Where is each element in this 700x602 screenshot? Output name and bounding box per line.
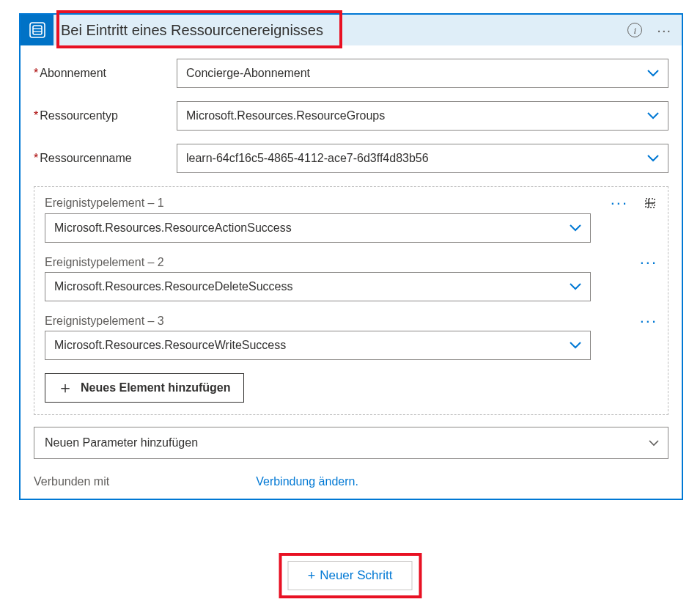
chevron-down-icon <box>570 341 581 350</box>
chevron-down-icon <box>570 224 581 232</box>
card-menu-ellipsis[interactable]: ··· <box>657 26 671 34</box>
resourcename-select[interactable]: learn-64cf16c5-4865-4112-ace7-6d3ff4d83b… <box>177 144 668 173</box>
trigger-card: Bei Eintritt eines Ressourcenereignisses… <box>19 13 683 500</box>
new-step-button[interactable]: + Neuer Schritt <box>288 561 413 590</box>
event-type-label: Ereignistypelement – 2 <box>45 256 164 269</box>
add-parameter-label: Neuen Parameter hinzufügen <box>45 436 198 449</box>
chevron-down-icon <box>647 69 659 78</box>
plus-icon: ＋ <box>57 380 73 396</box>
info-icon[interactable]: i <box>627 23 642 37</box>
event-type-panel: Ereignistypelement – 1 ··· T Microsoft.R… <box>34 186 668 415</box>
event-type-value: Microsoft.Resources.ResourceDeleteSucces… <box>54 280 292 293</box>
plus-icon: + <box>308 568 316 584</box>
card-title: Bei Eintritt eines Ressourcenereignisses <box>61 22 323 39</box>
item-menu-ellipsis[interactable]: ··· <box>611 199 628 207</box>
connection-label: Verbunden mit <box>34 475 109 488</box>
add-element-label: Neues Element hinzufügen <box>81 381 230 394</box>
event-type-select[interactable]: Microsoft.Resources.ResourceWriteSuccess <box>45 331 591 360</box>
new-step-highlight-box: + Neuer Schritt <box>279 553 421 598</box>
svg-rect-0 <box>30 23 45 37</box>
event-type-item: Ereignistypelement – 1 ··· T Microsoft.R… <box>45 196 657 243</box>
event-type-label: Ereignistypelement – 3 <box>45 315 164 328</box>
chevron-down-icon <box>647 111 659 120</box>
subscription-value: Concierge-Abonnement <box>186 67 310 80</box>
chevron-down-icon <box>649 439 659 447</box>
resourcetype-label: *Ressourcentyp <box>34 109 177 122</box>
connection-row: Verbunden mit Verbindung ändern. <box>34 475 668 488</box>
svg-text:T: T <box>651 201 655 208</box>
resourcename-row: *Ressourcenname learn-64cf16c5-4865-4112… <box>34 144 668 173</box>
switch-mode-icon[interactable]: T <box>643 196 657 210</box>
svg-rect-1 <box>33 26 42 34</box>
chevron-down-icon <box>570 282 581 291</box>
event-type-value: Microsoft.Resources.ResourceWriteSuccess <box>54 339 286 352</box>
change-connection-link[interactable]: Verbindung ändern. <box>256 475 358 488</box>
new-step-label: Neuer Schritt <box>320 568 392 583</box>
event-type-select[interactable]: Microsoft.Resources.ResourceDeleteSucces… <box>45 272 591 301</box>
resourcename-label: *Ressourcenname <box>34 152 177 165</box>
resourcetype-value: Microsoft.Resources.ResourceGroups <box>186 109 385 122</box>
eventgrid-icon <box>21 15 54 45</box>
chevron-down-icon <box>647 154 659 163</box>
event-type-select[interactable]: Microsoft.Resources.ResourceActionSucces… <box>45 213 591 243</box>
subscription-select[interactable]: Concierge-Abonnement <box>177 59 668 88</box>
resourcetype-row: *Ressourcentyp Microsoft.Resources.Resou… <box>34 101 668 131</box>
item-menu-ellipsis[interactable]: ··· <box>640 317 657 325</box>
event-type-value: Microsoft.Resources.ResourceActionSucces… <box>54 221 292 235</box>
event-type-label: Ereignistypelement – 1 <box>45 197 164 210</box>
event-type-item: Ereignistypelement – 3 ··· Microsoft.Res… <box>45 315 657 360</box>
subscription-row: *Abonnement Concierge-Abonnement <box>34 59 668 88</box>
resourcetype-select[interactable]: Microsoft.Resources.ResourceGroups <box>177 101 668 131</box>
event-type-item: Ereignistypelement – 2 ··· Microsoft.Res… <box>45 256 657 301</box>
resourcename-value: learn-64cf16c5-4865-4112-ace7-6d3ff4d83b… <box>186 152 429 165</box>
item-menu-ellipsis[interactable]: ··· <box>640 259 657 266</box>
add-element-button[interactable]: ＋ Neues Element hinzufügen <box>45 373 244 403</box>
subscription-label: *Abonnement <box>34 67 177 80</box>
add-parameter-select[interactable]: Neuen Parameter hinzufügen <box>34 427 668 459</box>
card-header[interactable]: Bei Eintritt eines Ressourcenereignisses… <box>21 15 682 45</box>
